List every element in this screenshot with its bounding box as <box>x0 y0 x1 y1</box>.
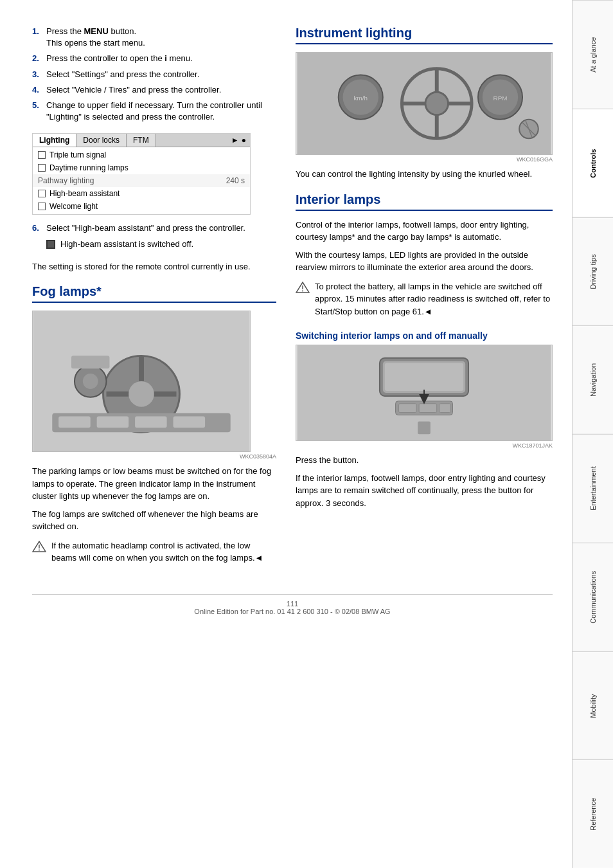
svg-point-16 <box>39 549 40 550</box>
checkbox-triple-turn[interactable] <box>38 151 46 159</box>
high-beam-item: High-beam assistant <box>33 187 250 200</box>
door-locks-tab[interactable]: Door locks <box>76 134 127 147</box>
daytime-label: Daytime running lamps <box>49 163 129 172</box>
step-4: 4. Select "Vehicle / Tires" and press th… <box>32 84 276 96</box>
pathway-item: Pathway lighting 240 s <box>33 174 250 187</box>
switching-title: Switching interior lamps on and off manu… <box>296 330 553 341</box>
interior-note-box: To protect the battery, all lamps in the… <box>296 280 553 323</box>
step-2: 2. Press the controller to open the i me… <box>32 53 276 64</box>
step-5: 5. Change to upper field if necessary. T… <box>32 100 276 123</box>
sidebar-item-navigation[interactable]: Navigation <box>573 325 613 434</box>
step-num-2: 2. <box>32 53 39 64</box>
fog-desc1: The parking lamps or low beams must be s… <box>32 465 276 503</box>
right-column: Instrument lighting <box>296 26 553 581</box>
daytime-running-item: Daytime running lamps <box>33 161 250 174</box>
instrument-lighting-section: Instrument lighting <box>296 26 553 181</box>
stored-text: The setting is stored for the remote con… <box>32 260 276 273</box>
arrow-right-icon: ► <box>231 136 239 145</box>
svg-point-19 <box>425 92 449 115</box>
svg-rect-11 <box>97 417 129 428</box>
high-beam-switched-off: High-beam assistant is switched off. <box>60 239 193 250</box>
triangle-icon <box>32 541 46 552</box>
svg-rect-43 <box>440 404 451 413</box>
step6-list: 6. Select "High-beam assistant" and pres… <box>32 222 276 249</box>
welcome-light-label: Welcome light <box>49 202 98 211</box>
interior-desc2: With the courtesy lamps, LED lights are … <box>296 249 553 274</box>
steps-list: 1. Press the MENU button.This opens the … <box>32 26 276 123</box>
fog-note-text: If the automatic headlamp control is act… <box>51 539 276 565</box>
footer-text: Online Edition for Part no. 01 41 2 600 … <box>194 608 390 615</box>
sidebar-item-at-a-glance[interactable]: At a glance <box>573 0 613 109</box>
sidebar-item-reference[interactable]: Reference <box>573 759 613 868</box>
fog-title: Fog lamps* <box>32 284 276 303</box>
pathway-label: Pathway lighting <box>38 176 94 185</box>
fog-note-box: If the automatic headlamp control is act… <box>32 539 276 570</box>
menu-tab-right: ► ● <box>231 134 250 147</box>
checkbox-high-beam[interactable] <box>38 190 46 197</box>
sidebar-item-communications[interactable]: Communications <box>573 543 613 651</box>
svg-point-35 <box>302 290 303 291</box>
triple-turn-label: Triple turn signal <box>49 150 106 159</box>
main-content: 1. Press the MENU button.This opens the … <box>0 0 572 868</box>
checkbox-welcome-light[interactable] <box>38 203 46 210</box>
fog-section: Fog lamps* <box>32 284 276 570</box>
high-beam-label: High-beam assistant <box>49 189 120 198</box>
interior-lamps-section: Interior lamps Control of the interior l… <box>296 192 553 510</box>
press-text: Press the button. <box>296 454 553 467</box>
sidebar-item-entertainment[interactable]: Entertainment <box>573 434 613 543</box>
ftm-tab[interactable]: FTM <box>127 134 156 147</box>
welcome-light-item: Welcome light <box>33 200 250 213</box>
step-3: 3. Select "Settings" and press the contr… <box>32 69 276 80</box>
checkbox-daytime[interactable] <box>38 164 46 172</box>
menu-tabs: Lighting Door locks FTM ► ● <box>33 134 250 147</box>
step-6: 6. Select "High-beam assistant" and pres… <box>32 222 276 249</box>
mirror-image-label: WKC18701JAK <box>296 442 553 449</box>
svg-text:RPM: RPM <box>493 95 508 102</box>
svg-rect-39 <box>385 363 463 391</box>
fog-lamp-image <box>32 311 251 452</box>
step-num-1: 1. <box>32 26 39 37</box>
sidebar: At a glance Controls Driving tips Naviga… <box>572 0 613 868</box>
pathway-value: 240 s <box>226 176 245 185</box>
left-column: 1. Press the MENU button.This opens the … <box>32 26 276 581</box>
step-num-3: 3. <box>32 69 39 80</box>
interior-note-text: To protect the battery, all lamps in the… <box>315 280 553 318</box>
interior-desc1: Control of the interior lamps, footwell … <box>296 219 553 244</box>
instrument-desc: You can control the lighting intensity b… <box>296 168 553 181</box>
instrument-lighting-title: Instrument lighting <box>296 26 553 44</box>
svg-rect-41 <box>399 404 417 413</box>
instrument-image-label: WKC016GGA <box>296 156 553 163</box>
step-1: 1. Press the MENU button.This opens the … <box>32 26 276 49</box>
svg-rect-13 <box>173 417 206 428</box>
svg-text:km/h: km/h <box>354 95 368 102</box>
menu-bold: MENU <box>84 26 109 36</box>
close-icon: ● <box>242 136 246 145</box>
sidebar-item-driving-tips[interactable]: Driving tips <box>573 217 613 326</box>
instrument-lighting-image: km/h RPM <box>296 52 553 155</box>
page-number: 111 <box>287 600 298 608</box>
step-num-6: 6. <box>32 222 39 234</box>
checkbox-filled-icon <box>46 240 55 249</box>
svg-rect-42 <box>419 404 437 413</box>
sidebar-item-mobility[interactable]: Mobility <box>573 651 613 760</box>
fog-image-label: WKC035804A <box>32 453 276 460</box>
sidebar-item-controls[interactable]: Controls <box>573 109 613 217</box>
continual-text: If the interior lamps, footwell lamps, d… <box>296 472 553 510</box>
lighting-tab[interactable]: Lighting <box>33 134 76 147</box>
menu-items: Triple turn signal Daytime running lamps… <box>33 147 250 214</box>
step-num-4: 4. <box>32 84 39 96</box>
svg-rect-10 <box>58 417 91 428</box>
svg-point-2 <box>129 381 154 407</box>
svg-rect-45 <box>418 421 431 434</box>
mirror-button-image <box>296 345 553 441</box>
menu-screenshot: Lighting Door locks FTM ► ● Triple turn … <box>32 133 251 215</box>
page-footer: 111 Online Edition for Part no. 01 41 2 … <box>32 594 553 615</box>
i-bold: i <box>164 53 167 63</box>
fog-desc2: The fog lamps are switched off whenever … <box>32 508 276 533</box>
triple-turn-item: Triple turn signal <box>33 149 250 161</box>
checked-item-high-beam: High-beam assistant is switched off. <box>46 239 276 250</box>
svg-rect-12 <box>135 417 167 428</box>
interior-lamps-title: Interior lamps <box>296 192 553 211</box>
svg-point-7 <box>83 374 98 389</box>
triangle-icon-2 <box>296 282 310 293</box>
